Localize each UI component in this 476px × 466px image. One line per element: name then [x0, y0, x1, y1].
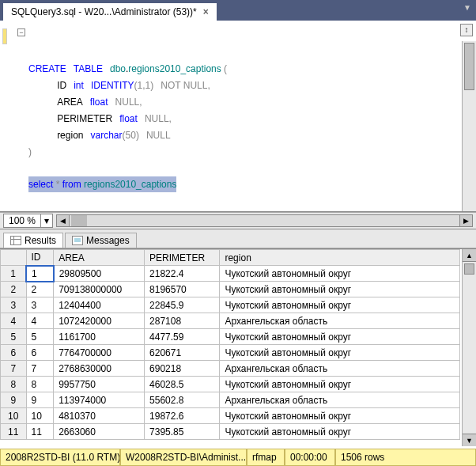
corner-cell[interactable] [1, 250, 27, 266]
tab-results[interactable]: Results [3, 233, 63, 248]
table-row[interactable]: 227091380000008196570Чукотский автономны… [1, 282, 460, 297]
cell-region[interactable]: Чукотский автономный округ [220, 266, 460, 282]
results-grid[interactable]: ID AREA PERIMETER region 112980950021822… [0, 249, 460, 440]
cell-perimeter[interactable]: 22845.9 [145, 297, 220, 313]
table-row[interactable]: 88995775046028.5Чукотский автономный окр… [1, 377, 460, 392]
cell-id[interactable]: 4 [26, 313, 54, 329]
cell-area[interactable]: 113974000 [54, 392, 145, 408]
table-row[interactable]: 9911397400055602.8Архангельская область [1, 392, 460, 408]
cell-perimeter[interactable]: 19872.6 [145, 408, 220, 424]
grid-icon [10, 236, 21, 245]
cell-area[interactable]: 2663060 [54, 424, 145, 440]
cell-id[interactable]: 10 [26, 408, 54, 424]
row-header[interactable]: 2 [1, 282, 27, 297]
row-header[interactable]: 9 [1, 392, 27, 408]
table-row[interactable]: 112980950021822.4Чукотский автономный ок… [1, 266, 460, 282]
col-header-id[interactable]: ID [26, 250, 54, 266]
table-row[interactable]: 667764700000620671Чукотский автономный о… [1, 345, 460, 361]
editor-scrollbar[interactable] [462, 41, 476, 211]
cell-area[interactable]: 29809500 [54, 266, 145, 282]
scroll-up-icon[interactable]: ▲ [463, 249, 476, 262]
table-row[interactable]: 772768630000690218Архангельская область [1, 361, 460, 377]
document-tab[interactable]: SQLQuery3.sql - W20...\Administrator (53… [3, 3, 217, 21]
cell-area[interactable]: 1161700 [54, 329, 145, 345]
scrollbar-thumb[interactable] [464, 43, 474, 90]
chevron-down-icon[interactable]: ▾ [40, 214, 52, 227]
status-time: 00:00:00 [285, 449, 335, 466]
cell-perimeter[interactable]: 690218 [145, 361, 220, 377]
cell-id[interactable]: 1 [26, 266, 54, 282]
close-icon[interactable]: × [203, 6, 209, 17]
row-header[interactable]: 11 [1, 424, 27, 440]
row-header[interactable]: 5 [1, 329, 27, 345]
cell-region[interactable]: Архангельская область [220, 313, 460, 329]
table-row[interactable]: 331240440022845.9Чукотский автономный ок… [1, 297, 460, 313]
cell-area[interactable]: 1072420000 [54, 313, 145, 329]
cell-perimeter[interactable]: 7395.85 [145, 424, 220, 440]
status-rows: 1506 rows [335, 449, 476, 466]
cell-id[interactable]: 7 [26, 361, 54, 377]
cell-area[interactable]: 12404400 [54, 297, 145, 313]
table-row[interactable]: 441072420000287108Архангельская область [1, 313, 460, 329]
table-row[interactable]: 1010481037019872.6Чукотский автономный о… [1, 408, 460, 424]
status-db: rfmap [247, 449, 285, 466]
grid-scrollbar[interactable]: ▲ ▼ [462, 249, 476, 446]
row-header[interactable]: 8 [1, 377, 27, 392]
cell-perimeter[interactable]: 8196570 [145, 282, 220, 297]
split-handle-icon[interactable]: ↕ [460, 24, 473, 36]
scroll-left-icon[interactable]: ◀ [57, 215, 70, 226]
cell-region[interactable]: Чукотский автономный округ [220, 408, 460, 424]
cell-area[interactable]: 4810370 [54, 408, 145, 424]
cell-region[interactable]: Чукотский автономный округ [220, 345, 460, 361]
cell-area[interactable]: 709138000000 [54, 282, 145, 297]
cell-id[interactable]: 6 [26, 345, 54, 361]
cell-id[interactable]: 9 [26, 392, 54, 408]
cell-id[interactable]: 2 [26, 282, 54, 297]
sql-editor[interactable]: ↕ − CREATE TABLE dbo.regions2010_caption… [0, 21, 476, 212]
tab-menu-caret-icon[interactable]: ▼ [463, 3, 471, 12]
cell-perimeter[interactable]: 55602.8 [145, 392, 220, 408]
scroll-down-icon[interactable]: ▼ [463, 434, 476, 446]
cell-id[interactable]: 3 [26, 297, 54, 313]
cell-id[interactable]: 8 [26, 377, 54, 392]
collapse-icon[interactable]: − [17, 28, 25, 36]
cell-region[interactable]: Чукотский автономный округ [220, 297, 460, 313]
cell-region[interactable]: Чукотский автономный округ [220, 424, 460, 440]
status-server: 2008R2STD-BI (11.0 RTM) [0, 449, 120, 466]
cell-perimeter[interactable]: 4477.59 [145, 329, 220, 345]
cell-id[interactable]: 11 [26, 424, 54, 440]
cell-perimeter[interactable]: 287108 [145, 313, 220, 329]
row-header[interactable]: 7 [1, 361, 27, 377]
tab-messages[interactable]: Messages [65, 233, 137, 248]
editor-hscrollbar[interactable]: ◀ ▶ [56, 214, 473, 227]
document-tab-bar: SQLQuery3.sql - W20...\Administrator (53… [0, 0, 476, 21]
cell-region[interactable]: Архангельская область [220, 392, 460, 408]
cell-area[interactable]: 2768630000 [54, 361, 145, 377]
cell-area[interactable]: 9957750 [54, 377, 145, 392]
cell-region[interactable]: Чукотский автономный округ [220, 329, 460, 345]
cell-perimeter[interactable]: 46028.5 [145, 377, 220, 392]
cell-region[interactable]: Чукотский автономный округ [220, 377, 460, 392]
grid-scroll-thumb[interactable] [464, 263, 474, 275]
row-header[interactable]: 1 [1, 266, 27, 282]
row-header[interactable]: 10 [1, 408, 27, 424]
row-header[interactable]: 3 [1, 297, 27, 313]
cell-area[interactable]: 7764700000 [54, 345, 145, 361]
cell-id[interactable]: 5 [26, 329, 54, 345]
table-row[interactable]: 111126630607395.85Чукотский автономный о… [1, 424, 460, 440]
row-header[interactable]: 4 [1, 313, 27, 329]
results-grid-area: ID AREA PERIMETER region 112980950021822… [0, 248, 476, 446]
cell-perimeter[interactable]: 620671 [145, 345, 220, 361]
row-header[interactable]: 6 [1, 345, 27, 361]
col-header-area[interactable]: AREA [54, 250, 145, 266]
cell-region[interactable]: Архангельская область [220, 361, 460, 377]
tab-title: SQLQuery3.sql - W20...\Administrator (53… [11, 6, 197, 17]
scroll-right-icon[interactable]: ▶ [459, 215, 472, 226]
cell-perimeter[interactable]: 21822.4 [145, 266, 220, 282]
hscroll-thumb[interactable] [71, 215, 87, 226]
table-row[interactable]: 5511617004477.59Чукотский автономный окр… [1, 329, 460, 345]
col-header-region[interactable]: region [220, 250, 460, 266]
cell-region[interactable]: Чукотский автономный округ [220, 282, 460, 297]
zoom-combo[interactable]: 100 % ▾ [3, 214, 53, 228]
col-header-perimeter[interactable]: PERIMETER [145, 250, 220, 266]
